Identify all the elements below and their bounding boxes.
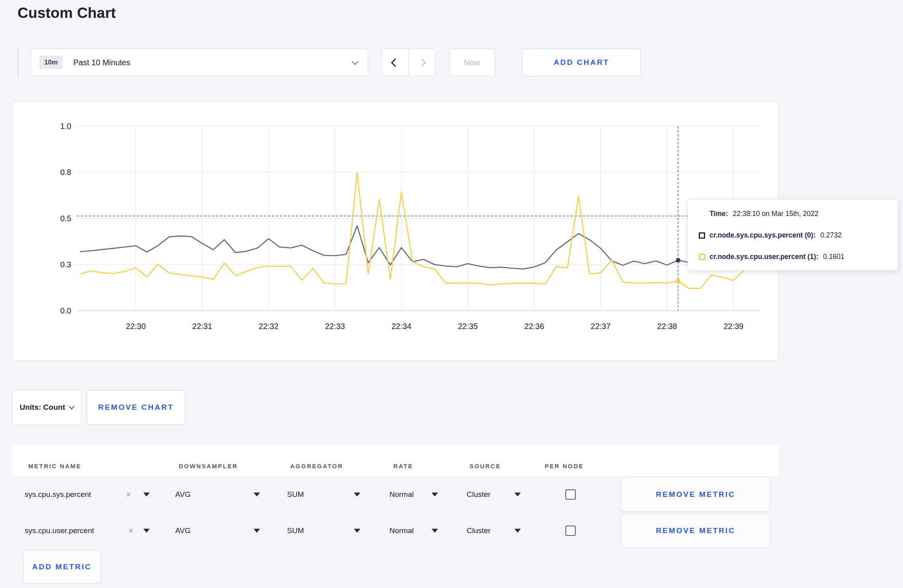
time-range-select[interactable]: 10m Past 10 Minutes	[31, 49, 368, 76]
remove-chart-button[interactable]: REMOVE CHART	[87, 390, 185, 425]
units-select[interactable]: Units: Count	[12, 390, 82, 425]
now-button[interactable]: Now	[449, 49, 495, 76]
chart-tooltip: Time: 22:38:10 on Mar 15th, 2022 cr.node…	[688, 199, 898, 271]
prev-range-button[interactable]	[382, 49, 409, 76]
metric-name-value[interactable]: sys.cpu.sys.percent	[25, 490, 91, 499]
tooltip-series-value: 0.1601	[823, 253, 844, 261]
column-header-aggregator: AGGREGATOR	[290, 463, 343, 469]
remove-metric-button[interactable]: REMOVE METRIC	[621, 513, 770, 548]
chevron-right-icon	[418, 58, 426, 66]
dropdown-arrow-icon[interactable]	[514, 493, 521, 496]
chevron-left-icon	[391, 58, 399, 66]
tooltip-time-value: 22:38:10 on Mar 15th, 2022	[733, 210, 818, 218]
metric-name-value[interactable]: sys.cpu.user.percent	[25, 526, 94, 535]
time-range-label: Past 10 Minutes	[73, 58, 353, 67]
dropdown-arrow-icon[interactable]	[143, 493, 150, 496]
toolbar-divider	[18, 49, 18, 76]
svg-text:22:37: 22:37	[591, 322, 611, 331]
column-header-per-node: PER NODE	[545, 463, 584, 469]
downsampler-select[interactable]: AVG	[175, 526, 191, 535]
svg-text:22:35: 22:35	[458, 322, 478, 331]
chevron-down-icon	[69, 404, 74, 409]
add-metric-button[interactable]: ADD METRIC	[23, 550, 101, 584]
tooltip-series-name: cr.node.sys.cpu.sys.percent (0):	[710, 231, 816, 239]
metric-row: sys.cpu.user.percent × AVG SUM Normal Cl…	[12, 513, 778, 548]
page-title: Custom Chart	[18, 5, 116, 21]
aggregator-select[interactable]: SUM	[287, 490, 304, 499]
tooltip-series-value: 0.2732	[821, 231, 842, 239]
remove-metric-button[interactable]: REMOVE METRIC	[621, 477, 770, 512]
chevron-down-icon	[352, 58, 359, 65]
svg-text:22:38: 22:38	[657, 322, 677, 331]
next-range-button[interactable]	[409, 49, 436, 76]
svg-text:22:30: 22:30	[126, 322, 146, 331]
dropdown-arrow-icon[interactable]	[254, 529, 260, 533]
per-node-checkbox[interactable]	[565, 489, 576, 500]
downsampler-select[interactable]: AVG	[175, 490, 191, 499]
metrics-table-header: METRIC NAME DOWNSAMPLER AGGREGATOR RATE …	[12, 445, 778, 476]
metric-row: sys.cpu.sys.percent × AVG SUM Normal Clu…	[12, 477, 778, 512]
svg-text:0.8: 0.8	[60, 168, 71, 177]
tooltip-time-label: Time:	[710, 210, 728, 218]
tooltip-series-name: cr.node.sys.cpu.user.percent (1):	[710, 253, 818, 261]
dropdown-arrow-icon[interactable]	[254, 493, 260, 496]
column-header-downsampler: DOWNSAMPLER	[179, 463, 238, 469]
svg-text:0.5: 0.5	[60, 214, 71, 223]
rate-select[interactable]: Normal	[389, 526, 414, 535]
svg-text:0.0: 0.0	[60, 306, 71, 315]
dropdown-arrow-icon[interactable]	[432, 529, 438, 533]
rate-select[interactable]: Normal	[389, 490, 414, 499]
svg-text:22:33: 22:33	[325, 322, 345, 331]
svg-text:22:39: 22:39	[723, 322, 743, 331]
time-range-badge: 10m	[39, 56, 63, 69]
chart-card: 1.00.80.50.30.022:3022:3122:3222:3322:34…	[12, 101, 778, 361]
time-pager	[382, 49, 436, 76]
add-chart-button[interactable]: ADD CHART	[522, 49, 641, 76]
svg-text:1.0: 1.0	[60, 122, 71, 130]
svg-text:22:32: 22:32	[259, 322, 279, 331]
dropdown-arrow-icon[interactable]	[143, 529, 150, 533]
column-header-rate: RATE	[393, 463, 413, 469]
svg-text:0.3: 0.3	[60, 260, 71, 269]
column-header-metric-name: METRIC NAME	[28, 463, 81, 469]
aggregator-select[interactable]: SUM	[287, 526, 304, 535]
dropdown-arrow-icon[interactable]	[432, 493, 438, 496]
dropdown-arrow-icon[interactable]	[354, 493, 360, 496]
timeseries-chart[interactable]: 1.00.80.50.30.022:3022:3122:3222:3322:34…	[12, 102, 779, 361]
column-header-source: SOURCE	[469, 463, 501, 469]
per-node-checkbox[interactable]	[565, 526, 576, 536]
dropdown-arrow-icon[interactable]	[514, 529, 521, 533]
svg-text:22:31: 22:31	[192, 322, 212, 331]
custom-chart-page: Custom Chart 10m Past 10 Minutes Now ADD…	[0, 0, 903, 588]
dropdown-arrow-icon[interactable]	[354, 529, 360, 533]
units-label: Units: Count	[20, 403, 65, 412]
source-select[interactable]: Cluster	[467, 490, 491, 499]
clear-metric-icon[interactable]: ×	[128, 525, 133, 536]
series-sys-swatch-icon	[699, 232, 705, 239]
svg-text:22:36: 22:36	[524, 322, 544, 331]
svg-text:22:34: 22:34	[391, 322, 411, 331]
source-select[interactable]: Cluster	[467, 526, 491, 535]
series-user-swatch-icon	[699, 254, 705, 260]
clear-metric-icon[interactable]: ×	[126, 489, 131, 500]
